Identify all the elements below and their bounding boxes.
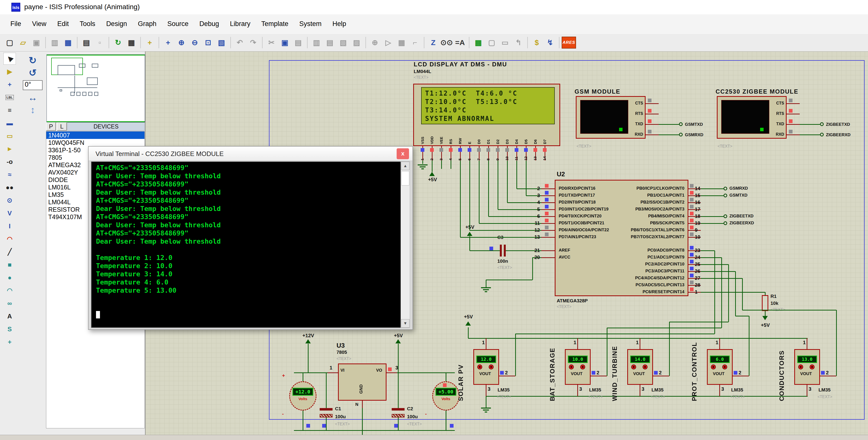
r1-resistor[interactable] [762,295,768,311]
tool-terminals-mode[interactable]: ► [4,143,16,154]
menu-item-debug[interactable]: Debug [194,20,225,28]
tool-2d-path-mode[interactable]: ∞ [4,298,16,309]
tool-2d-text-mode[interactable]: A [4,311,16,322]
tool-2d-symbol-mode[interactable]: S [4,323,16,335]
menu-item-library[interactable]: Library [224,20,256,28]
toolbar-property-assignment-button[interactable]: =A [454,36,466,49]
menu-item-file[interactable]: File [5,20,27,28]
terminal-close-button[interactable]: x [397,148,409,159]
voltmeter-12v[interactable] [289,381,316,411]
scroll-up-button[interactable]: ▲ [401,162,409,170]
tool-junction-dot-mode[interactable]: + [4,79,16,90]
sensor-knob[interactable] [569,364,574,370]
sensor-knob[interactable] [643,364,648,370]
mirror-horizontal-button[interactable]: ↔ [26,92,40,104]
toolbar-undo-button[interactable]: ↶ [234,36,246,49]
menu-item-edit[interactable]: Edit [52,20,74,28]
toolbar-cut-button[interactable]: ✂ [265,36,278,49]
tool-current-probe-mode[interactable]: I [4,221,16,232]
tool-selection-tool[interactable]: ▶ [4,53,16,64]
tool-virtual-instruments-mode[interactable]: ◠ [4,233,16,245]
toolbar-make-device-button[interactable]: ▷ [382,36,395,49]
tool-2d-box-mode[interactable]: ■ [4,259,16,270]
tool-2d-marker-mode[interactable]: + [4,336,16,348]
toolbar-toggle-grid-button[interactable]: ▦ [125,36,137,49]
virtual-terminal-window[interactable]: Virtual Terminal - CC2530 ZIGBEE MODULE … [88,146,413,330]
tool-voltage-probe-mode[interactable]: V [4,207,16,219]
toolbar-bill-of-materials-button[interactable]: $ [530,36,543,49]
toolbar-paste-button[interactable]: ▤ [292,36,304,49]
toolbar-packaging-tool-button[interactable]: ▦ [395,36,408,49]
toolbar-remove-sheet-button[interactable]: ▭ [499,36,511,49]
sensor-knob[interactable] [631,364,636,370]
menu-item-system[interactable]: System [294,20,327,28]
toolbar-design-explorer-button[interactable]: ▦ [472,36,485,49]
tool-tape-recorder-mode[interactable]: ●● [4,182,16,193]
menu-item-tools[interactable]: Tools [74,20,101,28]
toolbar-save-design-button[interactable]: ▣ [30,36,42,49]
tool-generator-mode[interactable]: ⊙ [4,195,16,206]
toolbar-wire-autorouter-button[interactable]: Z [427,36,439,49]
toolbar-copy-button[interactable]: ▣ [279,36,291,49]
toolbar-refresh-display-button[interactable]: ↻ [112,36,124,49]
device-item[interactable]: 10WQ045FN [46,139,145,146]
tool-component-mode[interactable]: ▶ [4,66,16,77]
toolbar-new-sheet-button[interactable]: ▢ [486,36,498,49]
tool-2d-line-mode[interactable]: ╱ [4,246,16,258]
toolbar-decompose-button[interactable]: ⌐ [409,36,421,49]
toolbar-block-copy-button[interactable]: ▥ [310,36,323,49]
device-item[interactable]: 1N4007 [46,131,145,139]
rotate-clockwise-button[interactable]: ↻ [26,55,40,66]
toolbar-zoom-all-button[interactable]: ⊡ [202,36,214,49]
toolbar-new-design-button[interactable]: ▢ [3,36,16,49]
menu-item-design[interactable]: Design [101,20,132,28]
tool-buses-mode[interactable]: ▬ [4,117,16,129]
toolbar-exit-to-parent-button[interactable]: ↰ [512,36,525,49]
tool-2d-circle-mode[interactable]: ● [4,272,16,283]
schematic-overview-window[interactable] [46,55,145,122]
tool-wire-label-mode[interactable]: LBL [4,92,16,103]
library-button[interactable]: L [57,122,67,131]
sensor-knob[interactable] [489,364,494,370]
toolbar-open-design-button[interactable]: ▱ [17,36,29,49]
tool-text-script-mode[interactable]: ≡ [4,105,16,116]
toolbar-block-delete-button[interactable]: ▨ [350,36,363,49]
menu-item-template[interactable]: Template [256,20,294,28]
toolbar-export-section-button[interactable]: ▦ [62,36,74,49]
sensor-knob[interactable] [798,364,803,370]
toolbar-pan-button[interactable]: + [162,36,174,49]
toolbar-zoom-in-button[interactable]: ⊕ [175,36,188,49]
toolbar-mark-output-area-button[interactable]: ▫ [94,36,106,49]
rotate-anticlockwise-button[interactable]: ↺ [26,67,40,79]
toolbar-import-section-button[interactable]: ▥ [49,36,61,49]
rotation-angle-field[interactable]: 0° [23,80,42,90]
toolbar-block-move-button[interactable]: ▤ [323,36,336,49]
toolbar-electrical-rule-check-button[interactable]: ↯ [544,36,556,49]
menu-item-view[interactable]: View [27,20,52,28]
sensor-knob[interactable] [810,364,814,370]
mirror-vertical-button[interactable]: ↕ [26,104,40,116]
menu-item-help[interactable]: Help [327,20,351,28]
tool-device-pins-mode[interactable]: -o [4,156,16,167]
sensor-knob[interactable] [722,364,727,370]
menu-item-source[interactable]: Source [162,20,194,28]
toolbar-redo-button[interactable]: ↷ [247,36,259,49]
scroll-thumb[interactable] [401,171,409,185]
sensor-knob[interactable] [711,364,716,370]
sensor-knob[interactable] [580,364,585,370]
toolbar-search-tag-button[interactable]: ⊙⊙ [440,36,453,49]
tool-graph-mode[interactable]: ≈ [4,169,16,180]
toolbar-zoom-out-button[interactable]: ⊖ [189,36,201,49]
toolbar-origin-button[interactable]: + [144,36,156,49]
sensor-knob[interactable] [477,364,482,370]
toolbar-netlist-to-ares-button[interactable]: ARES [562,37,576,49]
tool-subcircuit-mode[interactable]: ▭ [4,130,16,142]
terminal-scrollbar[interactable]: ▲ ▼ [401,162,410,328]
toolbar-print-design-button[interactable]: ▤ [80,36,93,49]
toolbar-zoom-area-button[interactable]: ▧ [215,36,228,49]
toolbar-block-rotate-button[interactable]: ▧ [337,36,349,49]
terminal-title-bar[interactable]: Virtual Terminal - CC2530 ZIGBEE MODULE … [89,147,412,161]
tool-2d-arc-mode[interactable]: ◠ [4,285,16,296]
scroll-down-button[interactable]: ▼ [401,319,409,328]
pick-devices-button[interactable]: P [46,122,56,131]
